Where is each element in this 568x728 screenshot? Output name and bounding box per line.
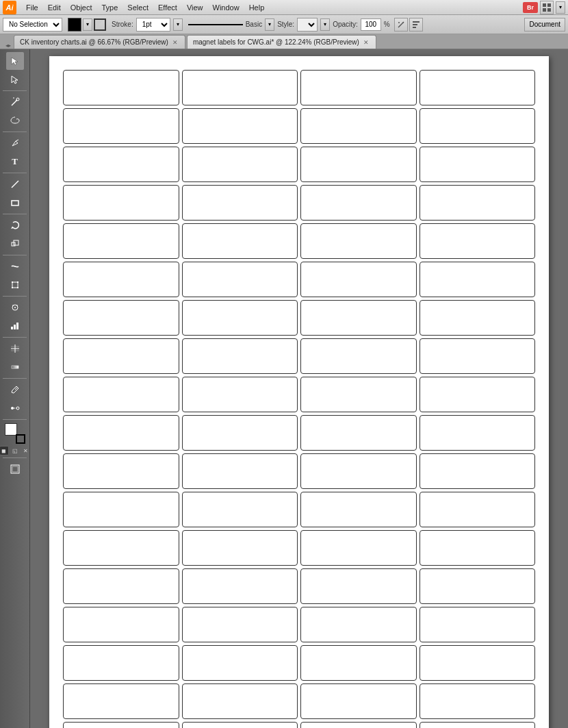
svg-point-7 <box>398 22 400 23</box>
label-cell <box>300 185 417 221</box>
menu-object[interactable]: Object <box>66 2 96 13</box>
tab-2[interactable]: magnet labels for CWG.ai* @ 122.24% (RGB… <box>187 35 376 49</box>
tool-sep-5 <box>3 255 26 255</box>
type-tool[interactable]: T <box>6 153 24 171</box>
selection-tool[interactable] <box>6 52 24 70</box>
label-cell <box>300 645 417 681</box>
screen-mode-btn[interactable] <box>6 460 24 478</box>
basic-arrow[interactable]: ▾ <box>265 18 274 31</box>
free-transform-tool[interactable] <box>6 276 24 294</box>
label-cell <box>182 492 298 527</box>
canvas-scroll[interactable]: ▶ <box>30 49 568 728</box>
tab-1-close[interactable]: ✕ <box>171 39 179 46</box>
tool-sep-2 <box>3 131 26 132</box>
blend-tool[interactable] <box>6 399 24 417</box>
label-cell <box>63 185 179 221</box>
label-cell <box>63 147 179 182</box>
svg-rect-3 <box>547 8 551 12</box>
color-mode-btn[interactable]: ◼ <box>0 446 9 455</box>
svg-rect-1 <box>547 3 551 7</box>
svg-point-29 <box>14 307 16 308</box>
color-mode-icons: ◼ ◱ ✕ <box>0 446 31 455</box>
line-weight-area <box>188 20 243 29</box>
fill-arrow[interactable]: ▾ <box>83 18 92 31</box>
menu-bar: Ai File Edit Object Type Select Effect V… <box>0 0 568 15</box>
gradient-tool[interactable] <box>6 358 24 376</box>
label-grid <box>63 70 535 728</box>
align-icon-btn[interactable] <box>409 18 423 32</box>
svg-rect-19 <box>12 201 18 205</box>
tab-1[interactable]: CK inventory charts.ai @ 66.67% (RGB/Pre… <box>14 35 185 49</box>
line-tool[interactable] <box>6 175 24 193</box>
graph-tool[interactable] <box>6 317 24 335</box>
opacity-input[interactable] <box>361 18 381 31</box>
eyedropper-tool[interactable] <box>6 381 24 399</box>
label-cell <box>63 492 179 527</box>
label-cell <box>182 108 298 144</box>
svg-rect-25 <box>17 281 18 283</box>
label-cell <box>300 70 417 105</box>
label-cell <box>63 338 179 374</box>
document-button[interactable]: Document <box>524 18 565 32</box>
style-arrow[interactable]: ▾ <box>320 18 330 31</box>
menu-select[interactable]: Select <box>123 2 153 13</box>
label-cell <box>419 262 536 297</box>
tab-scroll-arrows: ◂▸ <box>5 42 11 49</box>
menu-file[interactable]: File <box>22 2 42 13</box>
mesh-tool[interactable] <box>6 340 24 357</box>
tool-sep-7 <box>3 337 26 338</box>
tool-sep-1 <box>3 90 26 91</box>
label-cell <box>419 338 536 374</box>
scale-tool[interactable] <box>6 235 24 253</box>
left-toolbar: T <box>0 49 30 728</box>
symbol-sprayer-tool[interactable] <box>6 299 24 316</box>
svg-point-42 <box>16 407 19 410</box>
tab-2-close[interactable]: ✕ <box>362 39 370 46</box>
stroke-box[interactable] <box>16 434 25 444</box>
warp-tool[interactable] <box>6 258 24 275</box>
stroke-arrow[interactable]: ▾ <box>173 18 183 31</box>
label-cell <box>419 568 536 604</box>
wand-icon-btn[interactable] <box>394 18 408 32</box>
menu-arrow[interactable]: ▾ <box>556 1 565 14</box>
label-cell <box>300 607 417 642</box>
no-fill-btn[interactable]: ✕ <box>21 446 31 455</box>
svg-rect-26 <box>12 287 13 288</box>
svg-rect-27 <box>17 287 18 288</box>
label-cell <box>63 108 179 144</box>
rotate-tool[interactable] <box>6 216 24 234</box>
label-cell <box>63 223 179 259</box>
label-cell <box>182 683 298 719</box>
stroke-weight-input[interactable]: 1pt <box>136 18 170 32</box>
style-select[interactable] <box>297 18 318 32</box>
svg-rect-34 <box>16 323 18 329</box>
label-cell <box>63 607 179 642</box>
menu-view[interactable]: View <box>183 2 207 13</box>
grid-icon-btn[interactable] <box>540 1 554 14</box>
label-cell <box>182 185 298 221</box>
color-selector[interactable] <box>5 423 25 444</box>
menu-effect[interactable]: Effect <box>154 2 181 13</box>
menu-type[interactable]: Type <box>98 2 122 13</box>
label-cell <box>182 70 298 105</box>
label-cell <box>419 683 536 719</box>
svg-marker-12 <box>12 76 18 84</box>
menu-window[interactable]: Window <box>209 2 244 13</box>
selection-dropdown[interactable]: No Selection <box>3 18 62 32</box>
magic-wand-tool[interactable] <box>6 93 24 111</box>
menu-help[interactable]: Help <box>245 2 269 13</box>
tool-sep-6 <box>3 296 26 297</box>
app-logo: Ai <box>3 1 16 14</box>
menu-edit[interactable]: Edit <box>44 2 65 13</box>
label-cell <box>300 415 417 451</box>
gradient-mode-btn[interactable]: ◱ <box>10 446 20 455</box>
main-area: T <box>0 49 568 728</box>
stroke-label: Stroke: <box>112 21 133 28</box>
label-cell <box>63 568 179 604</box>
pen-tool[interactable] <box>6 134 24 152</box>
rectangle-tool[interactable] <box>6 194 24 212</box>
fill-color-swatch[interactable] <box>68 18 81 32</box>
label-cell <box>300 262 417 297</box>
lasso-tool[interactable] <box>6 112 24 129</box>
direct-selection-tool[interactable] <box>6 71 24 88</box>
